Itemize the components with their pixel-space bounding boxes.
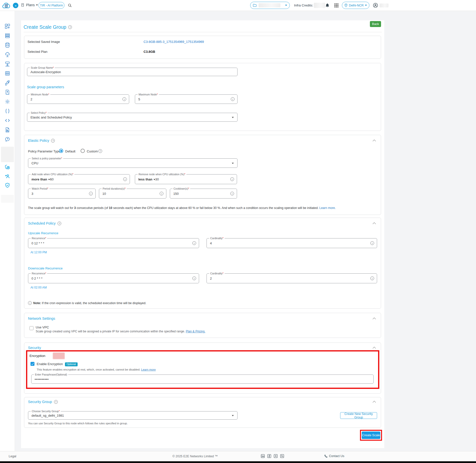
sidebar-item-api-braces[interactable] [4, 108, 10, 114]
sidebar-item-code[interactable] [4, 117, 10, 123]
downscale-recurrence-input[interactable]: Recurrence* 0 2 * * * i [28, 273, 199, 283]
info-icon[interactable]: i [370, 241, 374, 245]
sidebar-item-storage-grid[interactable] [4, 70, 10, 76]
x-icon[interactable] [274, 454, 278, 459]
sidebar-item-image-file[interactable] [4, 127, 10, 133]
info-icon[interactable]: i [192, 277, 196, 280]
app-grid-icon[interactable] [334, 3, 338, 7]
facebook-icon[interactable] [267, 454, 271, 459]
select-policy-dropdown[interactable]: Select Policy* Elastic and Scheduled Pol… [27, 113, 238, 122]
use-vpc-label[interactable]: Use VPC [36, 325, 49, 329]
help-icon[interactable]: ? [51, 139, 55, 143]
sidebar-item-compute-nodes[interactable] [4, 33, 10, 39]
learn-more-link[interactable]: Learn more. [319, 206, 336, 210]
sidebar-item-launch-rocket[interactable] [4, 80, 10, 86]
scale-group-name-input[interactable]: Scale Group Name* Autoscale-Encryption [27, 68, 238, 76]
sidebar-expand-button[interactable]: » [13, 3, 18, 8]
info-icon[interactable]: i [160, 192, 163, 196]
legal-link[interactable]: Legal [9, 455, 16, 458]
account-avatar-icon[interactable] [373, 3, 378, 9]
page-footer: Legal © 2025 E2E Networks Limited ™ Cont… [0, 451, 476, 461]
sidebar-item-dashboard-create[interactable] [4, 23, 10, 29]
redacted-sidebar-active-item[interactable] [1, 147, 14, 162]
dropdown-arrow-icon[interactable] [48, 179, 50, 180]
create-scale-button[interactable]: Create Scale [362, 432, 380, 439]
learn-more-link[interactable]: Learn more [141, 368, 156, 371]
top-navigation-bar: » Plans TIR - AI Platform Infra Credits:… [0, 0, 476, 11]
create-new-security-group-button[interactable]: Create New Security Group [340, 412, 377, 419]
sidebar-item-database[interactable] [4, 42, 10, 48]
search-icon[interactable] [68, 3, 72, 8]
sidebar-item-shield-check[interactable] [4, 182, 10, 188]
radio-default-label[interactable]: Default [65, 149, 75, 153]
linkedin-icon[interactable] [261, 454, 265, 459]
minimum-node-input[interactable]: Minimum Node* 2 i [27, 94, 129, 104]
security-group-card: Security Group ? Choose Security Group* … [24, 397, 381, 428]
help-icon[interactable]: ? [58, 222, 61, 225]
plan-pricing-link[interactable]: Plan & Pricing. [186, 330, 205, 333]
radio-default[interactable] [59, 149, 63, 153]
main-content-area: Create Scale Group ? Back Selected Saved… [15, 11, 476, 463]
info-icon[interactable]: i [123, 177, 127, 181]
region-selector[interactable]: Delhi-NCR [342, 2, 369, 9]
radio-custom[interactable] [81, 149, 85, 153]
enable-encryption-checkbox[interactable] [30, 362, 34, 366]
folder-icon [253, 4, 257, 7]
elastic-policy-card: Elastic Policy ? Policy Parameter Type: … [24, 135, 381, 215]
plans-menu[interactable]: Plans [21, 3, 38, 7]
watch-period-input[interactable]: Watch Period* 3 i [28, 189, 96, 199]
tir-ai-platform-button[interactable]: TIR - AI Platform [38, 2, 64, 9]
upscale-cardinality-input[interactable]: Cardinality* 4 i [207, 238, 377, 248]
info-icon[interactable]: i [230, 177, 234, 181]
sidebar-item-settings[interactable] [4, 99, 10, 105]
add-node-threshold-input[interactable]: Add node when CPU utilization (%) * more… [28, 174, 130, 184]
upscale-recurrence-input[interactable]: Recurrence* 0 12 * * * i [28, 238, 199, 248]
cooldown-input[interactable]: Cooldown(s)* 150 i [170, 189, 237, 199]
use-vpc-checkbox[interactable] [30, 326, 33, 330]
radio-custom-label[interactable]: Custom [87, 149, 98, 153]
collapse-section-icon[interactable] [373, 140, 376, 143]
period-durations-input[interactable]: Period durations(s)* 10 i [99, 189, 166, 199]
info-icon: i [28, 301, 32, 305]
sidebar-item-help-chat[interactable] [4, 136, 10, 142]
contact-us-link[interactable]: Contact Us [324, 454, 344, 458]
help-icon[interactable]: ? [98, 149, 102, 153]
project-selector[interactable] [250, 2, 290, 9]
help-icon[interactable]: ? [54, 400, 58, 404]
info-icon[interactable]: i [89, 192, 93, 196]
e2e-cloud-logo[interactable] [2, 1, 11, 11]
info-icon[interactable]: i [370, 277, 374, 280]
collapse-section-icon[interactable] [373, 222, 376, 226]
policy-parameter-dropdown[interactable]: Select a policy parameter * CPU [28, 158, 238, 168]
sidebar-item-node-server[interactable] [4, 61, 10, 67]
downscale-cardinality-input[interactable]: Cardinality* 2 i [207, 273, 377, 283]
chevron-down-icon [285, 5, 287, 6]
sidebar-item-cloud-network[interactable] [4, 52, 10, 58]
scheduled-policy-heading: Scheduled Policy ? [28, 221, 61, 225]
sidebar-item-shield-user[interactable] [4, 164, 10, 170]
collapse-section-icon[interactable] [373, 347, 376, 350]
enable-encryption-label[interactable]: Enable EncryptionOptional [37, 362, 78, 366]
annotation-highlight-create-scale: Create Scale [360, 430, 382, 441]
info-icon[interactable]: i [192, 241, 196, 245]
dropdown-arrow-icon[interactable] [153, 179, 155, 180]
scheduled-policy-card: Scheduled Policy ? Upscale Recurrence Re… [24, 218, 381, 309]
saved-image-value[interactable]: C3-8GB-885-3_1751354969_1751354969 [144, 40, 204, 44]
passphrase-input[interactable]: Enter Passphrase(Optional) •••••••••• [31, 375, 374, 384]
sidebar-item-billing[interactable] [4, 89, 10, 95]
rss-icon[interactable] [280, 454, 284, 459]
collapse-section-icon[interactable] [373, 318, 376, 321]
remove-node-threshold-input[interactable]: Remove node when CPU utilization (%) * l… [135, 174, 237, 184]
choose-security-group-dropdown[interactable]: Choose Security Group* default_sg_delhi_… [28, 411, 238, 420]
collapse-section-icon[interactable] [373, 401, 376, 404]
info-icon[interactable]: i [230, 192, 234, 196]
phone-icon [324, 454, 328, 458]
redacted-project-name [259, 3, 280, 7]
back-button[interactable]: Back [370, 21, 381, 27]
help-icon[interactable]: ? [68, 25, 72, 29]
maximum-node-input[interactable]: Maximum Node* 5 i [135, 94, 238, 104]
notifications-bell-icon[interactable] [325, 3, 329, 9]
sidebar-item-user-plus[interactable] [4, 173, 10, 179]
info-icon[interactable]: i [231, 97, 235, 101]
info-icon[interactable]: i [122, 97, 126, 101]
